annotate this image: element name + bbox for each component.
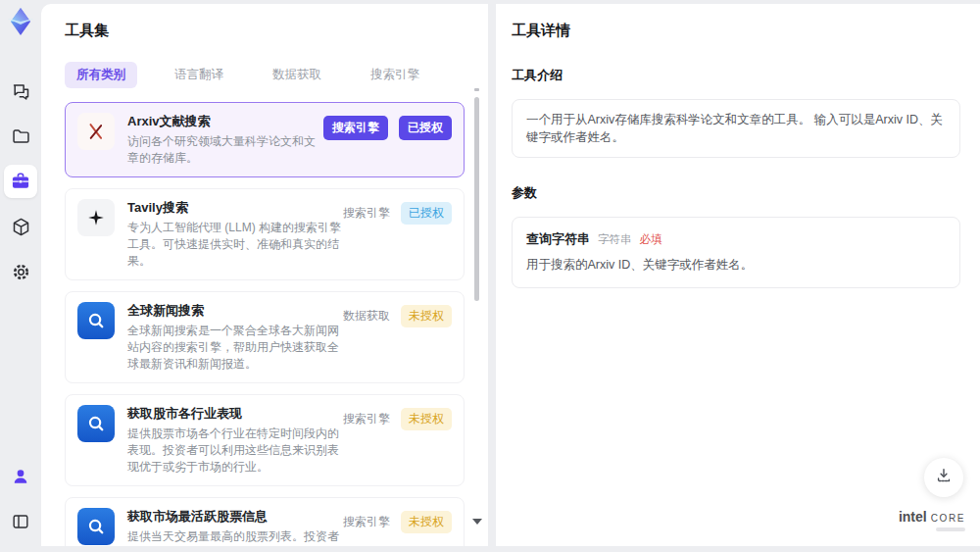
- sidebar-collapse-button[interactable]: [4, 505, 37, 538]
- sidebar-item-models[interactable]: [4, 210, 37, 243]
- scrollbar-up-arrow[interactable]: [474, 88, 479, 91]
- sidebar: [0, 0, 41, 552]
- tool-card-global-news[interactable]: 全球新闻搜索 全球新闻搜索是一个聚合全球各大新闻网站内容的搜索引擎，帮助用户快速…: [65, 291, 465, 383]
- intel-wordmark: intel: [899, 509, 927, 525]
- chat-icon: [11, 81, 31, 102]
- download-button[interactable]: [924, 458, 963, 497]
- sidebar-item-tools[interactable]: [4, 165, 37, 198]
- user-avatar-icon: [11, 467, 30, 486]
- tool-card-arxiv[interactable]: Arxiv文献搜索 访问各个研究领域大量科学论文和文章的存储库。 搜索引擎 已授…: [65, 102, 465, 177]
- param-type: 字符串: [598, 232, 632, 247]
- tool-list-panel: 工具集 所有类别 语言翻译 数据获取 搜索引擎 Arxiv文献搜索 访问各个研究…: [41, 4, 488, 546]
- sidebar-item-settings[interactable]: [4, 255, 37, 288]
- tavily-star-icon: [77, 199, 115, 236]
- collapse-panel-icon: [11, 512, 30, 531]
- tool-name: 获取股市各行业表现: [127, 405, 343, 423]
- category-badge: 数据获取: [343, 308, 390, 325]
- tab-all-categories[interactable]: 所有类别: [65, 62, 137, 88]
- tool-name: Arxiv文献搜索: [127, 113, 323, 130]
- tool-card-active-stocks[interactable]: 获取市场最活跃股票信息 提供当天交易量最高的股票列表。投资者可以利用这些信息来识…: [65, 497, 465, 546]
- scrollbar-down-arrow[interactable]: [472, 519, 482, 525]
- tool-name: 获取市场最活跃股票信息: [127, 508, 343, 526]
- tool-description: 提供当天交易量最高的股票列表。投资者可以利用这些信息来识别流动性强的股票和潜在的…: [127, 528, 343, 546]
- news-search-icon: [77, 405, 115, 442]
- detail-title: 工具详情: [512, 22, 960, 40]
- news-search-icon: [77, 302, 115, 339]
- tool-description: 专为人工智能代理 (LLM) 构建的搜索引擎工具。可快速提供实时、准确和真实的结…: [127, 220, 343, 270]
- intro-heading: 工具介绍: [512, 67, 960, 84]
- toolbox-icon: [10, 171, 31, 192]
- auth-status-badge: 已授权: [399, 116, 452, 140]
- auth-status-badge: 未授权: [401, 511, 452, 533]
- intel-core-logo: intel CORE: [899, 509, 965, 531]
- tool-name: Tavily搜索: [127, 199, 343, 217]
- intel-logo-subline: [936, 527, 965, 531]
- param-name: 查询字符串: [526, 230, 590, 248]
- parameter-card: 查询字符串 字符串 必填 用于搜索的Arxiv ID、关键字或作者姓名。: [512, 217, 960, 288]
- auth-status-badge: 未授权: [401, 408, 452, 430]
- cube-icon: [11, 217, 31, 237]
- tab-language-translation[interactable]: 语言翻译: [163, 62, 235, 88]
- tool-intro-text: 一个用于从Arxiv存储库搜索科学论文和文章的工具。 输入可以是Arxiv ID…: [512, 99, 960, 158]
- params-heading: 参数: [512, 184, 960, 202]
- auth-status-badge: 已授权: [401, 202, 452, 225]
- tool-name: 全球新闻搜索: [127, 302, 343, 320]
- tool-detail-panel: 工具详情 工具介绍 一个用于从Arxiv存储库搜索科学论文和文章的工具。 输入可…: [496, 4, 980, 546]
- tool-description: 提供股票市场各个行业在特定时间段内的表现。投资者可以利用这些信息来识别表现优于或…: [127, 426, 343, 476]
- param-required-flag: 必填: [640, 232, 662, 247]
- tab-search-engine[interactable]: 搜索引擎: [359, 62, 431, 88]
- tool-description: 访问各个研究领域大量科学论文和文章的存储库。: [127, 133, 323, 167]
- core-wordmark: CORE: [931, 513, 965, 524]
- tool-list: Arxiv文献搜索 访问各个研究领域大量科学论文和文章的存储库。 搜索引擎 已授…: [65, 102, 465, 546]
- auth-status-badge: 未授权: [401, 305, 452, 327]
- sidebar-item-account[interactable]: [4, 460, 37, 493]
- list-scrollbar: [474, 88, 479, 536]
- app-window: 工具集 所有类别 语言翻译 数据获取 搜索引擎 Arxiv文献搜索 访问各个研究…: [0, 0, 980, 552]
- news-search-icon: [77, 508, 115, 545]
- tool-card-sector-performance[interactable]: 获取股市各行业表现 提供股票市场各个行业在特定时间段内的表现。投资者可以利用这些…: [65, 394, 465, 486]
- arxiv-logo-icon: [77, 113, 115, 150]
- tool-card-tavily[interactable]: Tavily搜索 专为人工智能代理 (LLM) 构建的搜索引擎工具。可快速提供实…: [65, 188, 465, 280]
- tab-data-acquisition[interactable]: 数据获取: [261, 62, 333, 88]
- app-logo-icon: [5, 6, 36, 37]
- sidebar-item-chat[interactable]: [4, 75, 37, 108]
- sidebar-item-files[interactable]: [4, 120, 37, 153]
- param-description: 用于搜索的Arxiv ID、关键字或作者姓名。: [526, 257, 946, 274]
- gear-icon: [11, 262, 31, 282]
- page-title: 工具集: [65, 22, 465, 40]
- category-badge: 搜索引擎: [343, 514, 390, 530]
- category-tabs: 所有类别 语言翻译 数据获取 搜索引擎: [65, 62, 465, 88]
- category-badge: 搜索引擎: [343, 205, 390, 222]
- scrollbar-thumb[interactable]: [474, 97, 479, 301]
- category-badge: 搜索引擎: [323, 116, 388, 140]
- folder-icon: [11, 126, 31, 147]
- category-badge: 搜索引擎: [343, 411, 390, 427]
- tool-description: 全球新闻搜索是一个聚合全球各大新闻网站内容的搜索引擎，帮助用户快速获取全球最新资…: [127, 323, 343, 373]
- download-icon: [934, 466, 954, 489]
